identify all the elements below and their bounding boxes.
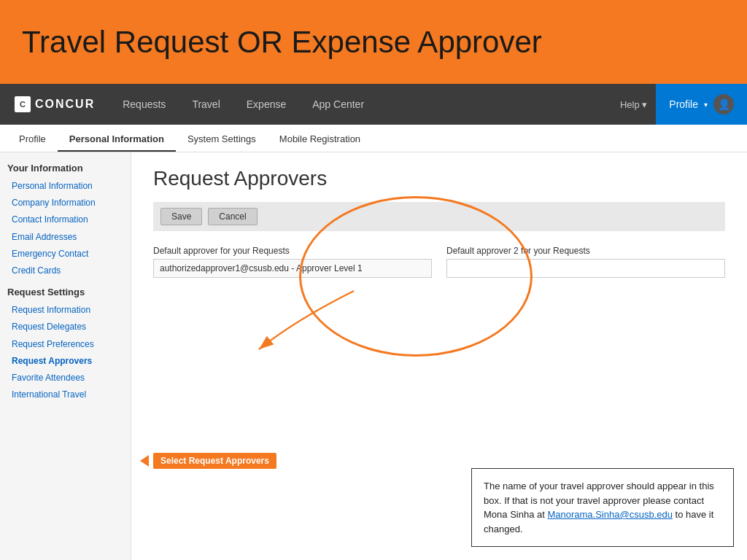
profile-button[interactable]: Profile ▾ 👤	[656, 84, 747, 125]
tab-personal-information[interactable]: Personal Information	[58, 128, 176, 152]
info-email-link[interactable]: Manorama.Sinha@csusb.edu	[547, 509, 672, 520]
approver2-col: Default approver 2 for your Requests	[446, 246, 725, 278]
curved-arrow	[237, 284, 383, 357]
approver1-label: Default approver for your Requests	[153, 246, 432, 256]
sidebar-item-contact-information[interactable]: Contact Information	[7, 211, 123, 228]
nav-travel[interactable]: Travel	[179, 84, 233, 125]
avatar: 👤	[713, 94, 734, 114]
select-request-approvers-annotation: Select Request Approvers	[140, 453, 276, 469]
approver1-col: Default approver for your Requests	[153, 246, 432, 278]
sidebar-item-request-preferences[interactable]: Request Preferences	[7, 336, 123, 353]
nav-links: Requests Travel Expense App Center	[109, 84, 377, 125]
nav-requests[interactable]: Requests	[109, 84, 179, 125]
sidebar-item-credit-cards[interactable]: Credit Cards	[7, 262, 123, 279]
navbar: C CONCUR Requests Travel Expense App Cen…	[0, 84, 747, 125]
logo-icon: C	[15, 96, 31, 112]
tab-system-settings[interactable]: System Settings	[176, 128, 268, 152]
main-layout: Your Information Personal Information Co…	[0, 152, 747, 560]
subtabs: Profile Personal Information System Sett…	[0, 125, 747, 152]
sidebar-item-request-approvers[interactable]: Request Approvers	[7, 353, 123, 370]
sidebar-item-emergency-contact[interactable]: Emergency Contact	[7, 246, 123, 262]
save-button[interactable]: Save	[160, 208, 202, 225]
profile-dropdown-arrow: ▾	[704, 101, 708, 109]
sidebar-section-your-information: Your Information	[7, 163, 123, 174]
help-link[interactable]: Help ▾	[611, 84, 656, 125]
action-bar: Save Cancel	[153, 202, 725, 231]
approver2-label: Default approver 2 for your Requests	[446, 246, 725, 256]
nav-expense[interactable]: Expense	[233, 84, 299, 125]
brand-area: C CONCUR	[0, 84, 109, 125]
page-title: Request Approvers	[153, 167, 725, 190]
info-box: The name of your travel approver should …	[471, 468, 734, 547]
approvers-grid: Default approver for your Requests Defau…	[153, 246, 725, 278]
tab-profile[interactable]: Profile	[7, 128, 58, 152]
sidebar-section-request-settings: Request Settings	[7, 287, 123, 298]
brand-text: CONCUR	[35, 98, 95, 111]
sidebar-item-international-travel[interactable]: International Travel	[7, 386, 123, 403]
title-banner: Travel Request OR Expense Approver	[0, 0, 747, 84]
sidebar: Your Information Personal Information Co…	[0, 152, 131, 560]
content-area: Request Approvers Save Cancel Default ap…	[131, 152, 747, 560]
approver1-input[interactable]	[153, 259, 432, 278]
sidebar-item-personal-information[interactable]: Personal Information	[7, 178, 123, 195]
cancel-button[interactable]: Cancel	[208, 208, 257, 225]
slide-title: Travel Request OR Expense Approver	[22, 25, 542, 60]
arrow-label-text: Select Request Approvers	[153, 453, 276, 469]
approver2-input[interactable]	[446, 259, 725, 278]
tab-mobile-registration[interactable]: Mobile Registration	[268, 128, 372, 152]
concur-logo: C CONCUR	[15, 96, 95, 112]
profile-label: Profile	[669, 98, 698, 110]
sidebar-item-company-information[interactable]: Company Information	[7, 195, 123, 211]
sidebar-item-favorite-attendees[interactable]: Favorite Attendees	[7, 370, 123, 386]
nav-app-center[interactable]: App Center	[299, 84, 377, 125]
sidebar-item-email-addresses[interactable]: Email Addresses	[7, 229, 123, 246]
navbar-right: Help ▾ Profile ▾ 👤	[611, 84, 747, 125]
arrow-left-icon	[140, 455, 149, 467]
sidebar-item-request-information[interactable]: Request Information	[7, 302, 123, 319]
sidebar-item-request-delegates[interactable]: Request Delegates	[7, 319, 123, 335]
